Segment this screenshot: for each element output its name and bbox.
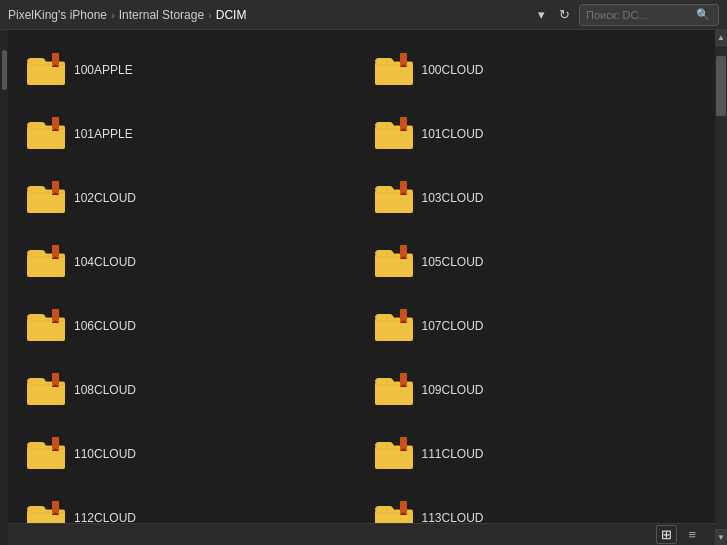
folder-icon bbox=[374, 437, 414, 471]
folder-label: 107CLOUD bbox=[422, 319, 484, 333]
content-area: 100APPLE 100CLOUD 101A bbox=[8, 30, 715, 545]
folder-item[interactable]: 101APPLE bbox=[16, 104, 360, 164]
folder-icon bbox=[374, 245, 414, 279]
search-box: 🔍 bbox=[579, 4, 719, 26]
folder-item[interactable]: 104CLOUD bbox=[16, 232, 360, 292]
folder-icon bbox=[26, 117, 66, 151]
right-scrollbar: ▲ ▼ bbox=[715, 30, 727, 545]
breadcrumb-dcim[interactable]: DCIM bbox=[216, 8, 247, 22]
folder-grid: 100APPLE 100CLOUD 101A bbox=[8, 30, 715, 545]
svg-rect-36 bbox=[375, 254, 413, 277]
folder-item[interactable]: 107CLOUD bbox=[364, 296, 708, 356]
folder-item[interactable]: 100APPLE bbox=[16, 40, 360, 100]
breadcrumb: PixelKing's iPhone › Internal Storage › … bbox=[8, 8, 533, 22]
folder-item[interactable]: 111CLOUD bbox=[364, 424, 708, 484]
folder-icon bbox=[374, 373, 414, 407]
folder-label: 101CLOUD bbox=[422, 127, 484, 141]
folder-label: 100CLOUD bbox=[422, 63, 484, 77]
refresh-btn[interactable]: ↻ bbox=[554, 5, 575, 24]
main-container: 100APPLE 100CLOUD 101A bbox=[0, 30, 727, 545]
folder-icon bbox=[26, 245, 66, 279]
folder-label: 110CLOUD bbox=[74, 447, 136, 461]
breadcrumb-sep-2: › bbox=[208, 9, 212, 21]
folder-label: 108CLOUD bbox=[74, 383, 136, 397]
top-bar-actions: ▾ ↻ 🔍 bbox=[533, 4, 719, 26]
folder-icon bbox=[374, 117, 414, 151]
folder-icon bbox=[26, 181, 66, 215]
folder-label: 109CLOUD bbox=[422, 383, 484, 397]
view-list-btn[interactable]: ≡ bbox=[683, 525, 701, 544]
search-icon: 🔍 bbox=[696, 8, 710, 21]
svg-rect-6 bbox=[375, 62, 413, 85]
folder-icon bbox=[374, 181, 414, 215]
folder-icon bbox=[374, 309, 414, 343]
svg-rect-56 bbox=[375, 382, 413, 405]
folder-item[interactable]: 103CLOUD bbox=[364, 168, 708, 228]
folder-icon bbox=[26, 53, 66, 87]
scroll-down-btn[interactable]: ▼ bbox=[715, 529, 727, 545]
scroll-up-btn[interactable]: ▲ bbox=[715, 30, 727, 46]
folder-label: 101APPLE bbox=[74, 127, 133, 141]
svg-rect-11 bbox=[27, 126, 65, 149]
svg-rect-46 bbox=[375, 318, 413, 341]
folder-label: 106CLOUD bbox=[74, 319, 136, 333]
svg-rect-51 bbox=[27, 382, 65, 405]
top-bar: PixelKing's iPhone › Internal Storage › … bbox=[0, 0, 727, 30]
dropdown-btn[interactable]: ▾ bbox=[533, 5, 550, 24]
left-scroll-area bbox=[0, 30, 8, 545]
view-grid-btn[interactable]: ⊞ bbox=[656, 525, 677, 544]
folder-label: 104CLOUD bbox=[74, 255, 136, 269]
folder-icon bbox=[26, 309, 66, 343]
folder-icon bbox=[26, 373, 66, 407]
folder-icon bbox=[374, 53, 414, 87]
svg-rect-1 bbox=[27, 62, 65, 85]
folder-icon bbox=[26, 437, 66, 471]
breadcrumb-storage[interactable]: Internal Storage bbox=[119, 8, 204, 22]
folder-item[interactable]: 105CLOUD bbox=[364, 232, 708, 292]
svg-rect-21 bbox=[27, 190, 65, 213]
folder-item[interactable]: 110CLOUD bbox=[16, 424, 360, 484]
status-bar: ⊞ ≡ bbox=[8, 523, 715, 545]
scroll-track bbox=[715, 46, 727, 529]
svg-rect-31 bbox=[27, 254, 65, 277]
scroll-thumb[interactable] bbox=[716, 56, 726, 116]
folder-item[interactable]: 100CLOUD bbox=[364, 40, 708, 100]
svg-rect-41 bbox=[27, 318, 65, 341]
svg-rect-66 bbox=[375, 446, 413, 469]
folder-label: 105CLOUD bbox=[422, 255, 484, 269]
svg-rect-16 bbox=[375, 126, 413, 149]
search-input[interactable] bbox=[586, 9, 696, 21]
folder-item[interactable]: 108CLOUD bbox=[16, 360, 360, 420]
folder-item[interactable]: 106CLOUD bbox=[16, 296, 360, 356]
folder-item[interactable]: 109CLOUD bbox=[364, 360, 708, 420]
breadcrumb-sep-1: › bbox=[111, 9, 115, 21]
left-scroll-thumb bbox=[2, 50, 7, 90]
folder-label: 111CLOUD bbox=[422, 447, 484, 461]
folder-item[interactable]: 102CLOUD bbox=[16, 168, 360, 228]
folder-label: 100APPLE bbox=[74, 63, 133, 77]
breadcrumb-iphone[interactable]: PixelKing's iPhone bbox=[8, 8, 107, 22]
folder-label: 102CLOUD bbox=[74, 191, 136, 205]
folder-item[interactable]: 101CLOUD bbox=[364, 104, 708, 164]
svg-rect-26 bbox=[375, 190, 413, 213]
folder-label: 103CLOUD bbox=[422, 191, 484, 205]
svg-rect-61 bbox=[27, 446, 65, 469]
